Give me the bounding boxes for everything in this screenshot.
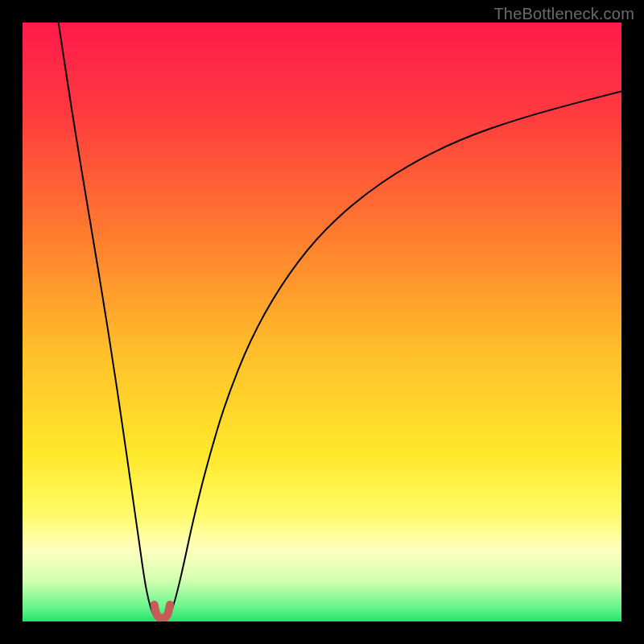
chart-svg	[23, 23, 621, 621]
watermark-text: TheBottleneck.com	[493, 5, 634, 23]
gradient-background	[23, 23, 621, 621]
outer-frame: TheBottleneck.com	[0, 0, 644, 644]
chart-plot-area	[23, 23, 621, 621]
